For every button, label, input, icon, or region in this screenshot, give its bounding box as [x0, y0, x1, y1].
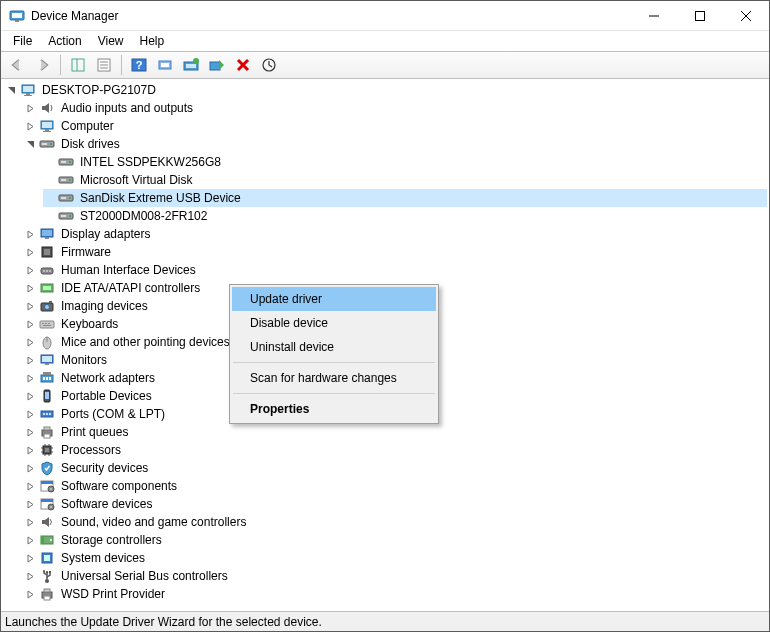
tree-item-label: SanDisk Extreme USB Device: [78, 191, 243, 205]
expand-icon[interactable]: [24, 228, 37, 241]
show-hide-console-button[interactable]: [66, 53, 90, 77]
sound-icon: [39, 514, 55, 530]
tree-item[interactable]: System devices: [24, 549, 767, 567]
svg-rect-61: [40, 321, 54, 328]
svg-rect-70: [45, 363, 49, 365]
tree-item[interactable]: Software components: [24, 477, 767, 495]
app-icon: [9, 8, 25, 24]
tree-item[interactable]: Storage controllers: [24, 531, 767, 549]
tree-item[interactable]: SanDisk Extreme USB Device: [43, 189, 767, 207]
keyboard-icon: [39, 316, 55, 332]
tree-item[interactable]: ST2000DM008-2FR102: [43, 207, 767, 225]
expand-icon[interactable]: [24, 588, 37, 601]
close-button[interactable]: [723, 1, 769, 31]
scan-hardware-button[interactable]: [153, 53, 177, 77]
expand-icon[interactable]: [24, 102, 37, 115]
svg-rect-83: [44, 427, 50, 430]
disk-icon: [39, 136, 55, 152]
update-driver-button[interactable]: [179, 53, 203, 77]
tree-item[interactable]: Security devices: [24, 459, 767, 477]
expand-icon[interactable]: [24, 300, 37, 313]
properties-button[interactable]: [92, 53, 116, 77]
svg-rect-111: [49, 571, 51, 573]
device-tree[interactable]: DESKTOP-PG2107DAudio inputs and outputsC…: [1, 79, 769, 611]
svg-rect-40: [61, 179, 66, 181]
tree-item[interactable]: Processors: [24, 441, 767, 459]
svg-rect-37: [61, 161, 66, 163]
tree-item[interactable]: Universal Serial Bus controllers: [24, 567, 767, 585]
tree-item[interactable]: INTEL SSDPEKKW256G8: [43, 153, 767, 171]
uninstall-device-button[interactable]: [231, 53, 255, 77]
printer-icon: [39, 586, 55, 602]
tree-item[interactable]: Audio inputs and outputs: [24, 99, 767, 117]
svg-point-59: [45, 305, 50, 310]
expand-icon[interactable]: [24, 462, 37, 475]
maximize-button[interactable]: [677, 1, 723, 31]
expand-icon[interactable]: [24, 552, 37, 565]
menu-file[interactable]: File: [5, 33, 40, 49]
menu-view[interactable]: View: [90, 33, 132, 49]
expand-icon[interactable]: [24, 372, 37, 385]
menu-action[interactable]: Action: [40, 33, 89, 49]
context-menu-separator: [233, 362, 435, 363]
expand-icon[interactable]: [24, 354, 37, 367]
forward-button[interactable]: [31, 53, 55, 77]
tree-item[interactable]: Microsoft Virtual Disk: [43, 171, 767, 189]
tree-item[interactable]: Disk drives: [24, 135, 767, 153]
svg-point-42: [69, 197, 71, 199]
collapse-icon[interactable]: [24, 138, 37, 151]
expand-icon[interactable]: [24, 336, 37, 349]
context-menu-item[interactable]: Update driver: [232, 287, 436, 311]
svg-rect-30: [45, 129, 49, 131]
tree-item[interactable]: WSD Print Provider: [24, 585, 767, 603]
tree-item-label: Universal Serial Bus controllers: [59, 569, 230, 583]
expand-icon[interactable]: [24, 426, 37, 439]
expand-icon[interactable]: [24, 318, 37, 331]
expand-icon[interactable]: [24, 516, 37, 529]
security-icon: [39, 460, 55, 476]
cpu-icon: [39, 442, 55, 458]
tree-item[interactable]: Print queues: [24, 423, 767, 441]
help-button[interactable]: ?: [127, 53, 151, 77]
software-icon: [39, 496, 55, 512]
tree-item[interactable]: Display adapters: [24, 225, 767, 243]
context-menu-item[interactable]: Scan for hardware changes: [232, 366, 436, 390]
tree-item[interactable]: Firmware: [24, 243, 767, 261]
collapse-icon[interactable]: [5, 84, 18, 97]
tree-item-label: Security devices: [59, 461, 150, 475]
tree-item[interactable]: Human Interface Devices: [24, 261, 767, 279]
disable-device-button[interactable]: [205, 53, 229, 77]
monitor-icon: [39, 352, 55, 368]
tree-item[interactable]: Sound, video and game controllers: [24, 513, 767, 531]
expand-icon[interactable]: [24, 264, 37, 277]
expand-icon[interactable]: [24, 282, 37, 295]
minimize-button[interactable]: [631, 1, 677, 31]
tree-item-label: Software components: [59, 479, 179, 493]
context-menu-item[interactable]: Uninstall device: [232, 335, 436, 359]
context-menu-item[interactable]: Disable device: [232, 311, 436, 335]
expand-icon[interactable]: [24, 480, 37, 493]
expand-icon[interactable]: [24, 444, 37, 457]
back-button[interactable]: [5, 53, 29, 77]
tree-item-label: System devices: [59, 551, 147, 565]
scan-for-hardware-changes-button[interactable]: [257, 53, 281, 77]
expand-icon[interactable]: [24, 408, 37, 421]
tree-item-label: Audio inputs and outputs: [59, 101, 195, 115]
tree-item[interactable]: DESKTOP-PG2107D: [5, 81, 767, 99]
tree-item[interactable]: Computer: [24, 117, 767, 135]
device-manager-window: Device Manager File Action View Help: [0, 0, 770, 632]
tree-item-label: Storage controllers: [59, 533, 164, 547]
expand-icon[interactable]: [24, 390, 37, 403]
expand-icon[interactable]: [24, 498, 37, 511]
tree-item[interactable]: Software devices: [24, 495, 767, 513]
svg-rect-73: [43, 377, 45, 380]
expand-icon[interactable]: [24, 120, 37, 133]
menu-help[interactable]: Help: [132, 33, 173, 49]
expand-icon[interactable]: [24, 570, 37, 583]
svg-point-98: [50, 488, 52, 490]
expand-icon[interactable]: [24, 246, 37, 259]
expand-icon[interactable]: [24, 534, 37, 547]
pc-icon: [20, 82, 36, 98]
context-menu-item[interactable]: Properties: [232, 397, 436, 421]
svg-rect-20: [210, 62, 220, 70]
